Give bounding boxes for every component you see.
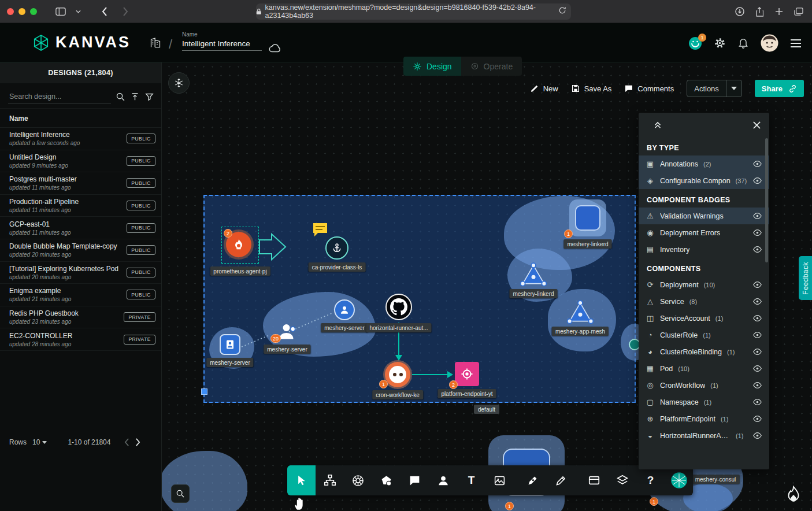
design-list-item[interactable]: [Tutorial] Exploring Kubernetes Pod upda… — [0, 262, 161, 284]
node-meshery-linkerd-service[interactable]: meshery-linkerd — [520, 262, 547, 286]
feedback-tab[interactable]: Feedback — [799, 256, 812, 300]
comments-button[interactable]: Comments — [624, 84, 674, 93]
validate-flame-button[interactable] — [783, 483, 804, 505]
component-row[interactable]: ⟳ Deployment (10) — [639, 276, 769, 293]
component-badge-row[interactable]: ⚠ Validation Warnings — [639, 208, 769, 224]
panel-scrollbar[interactable] — [765, 138, 768, 262]
import-design-icon[interactable] — [130, 92, 140, 102]
visibility-eye-icon[interactable] — [752, 297, 762, 306]
kanvas-logo[interactable]: KANVAS — [32, 34, 131, 51]
user-avatar[interactable] — [761, 34, 778, 52]
design-list-item[interactable]: EC2-CONTROLLER updated 28 minutes ago PR… — [0, 328, 161, 351]
component-row[interactable]: ▦ Pod (10) — [639, 360, 769, 377]
visibility-eye-icon[interactable] — [752, 313, 762, 323]
visibility-eye-icon[interactable] — [752, 211, 762, 221]
visibility-eye-icon[interactable] — [752, 228, 762, 238]
layer-type-row[interactable]: ▣ Annotations (2) — [639, 155, 769, 172]
text-tool[interactable]: T — [457, 465, 485, 495]
layer-type-row[interactable]: ◈ Configurable Compon (37) — [639, 172, 769, 189]
node-meshery-app-mesh[interactable]: meshery-app-mesh — [566, 299, 594, 324]
settings-gear-icon[interactable] — [714, 37, 726, 49]
avatar-tool[interactable] — [429, 465, 457, 495]
node-platform-endpoint[interactable]: 2 platform-endpoint-yt — [455, 362, 479, 386]
search-icon[interactable] — [116, 92, 125, 102]
hamburger-menu-icon[interactable] — [790, 39, 802, 48]
organization-icon[interactable] — [148, 35, 163, 50]
component-row[interactable]: ◎ CronWorkflow (1) — [639, 377, 769, 394]
layers-tool[interactable] — [608, 465, 636, 495]
sidebar-toggle-icon[interactable] — [53, 4, 68, 19]
session-icon[interactable]: 1 — [688, 36, 702, 50]
kubernetes-tool[interactable] — [344, 465, 372, 495]
design-list-item[interactable]: GCP-east-01 updated 11 minutes ago PUBLI… — [0, 217, 161, 239]
next-page-button[interactable] — [135, 438, 140, 446]
selection-handle[interactable] — [201, 388, 207, 395]
reload-icon[interactable] — [558, 6, 566, 14]
flowchart-tool[interactable] — [316, 465, 344, 495]
visibility-eye-icon[interactable] — [752, 280, 762, 290]
design-name-input[interactable] — [182, 38, 262, 51]
node-meshery-server-2[interactable]: 20 meshery-server — [277, 321, 298, 342]
design-list-item[interactable]: Enigma example updated 21 minutes ago PU… — [0, 284, 161, 306]
tab-design[interactable]: Design — [403, 57, 461, 76]
component-row[interactable]: ◔ ClusterRole (1) — [639, 327, 769, 343]
new-tab-icon[interactable] — [772, 4, 787, 19]
visibility-eye-icon[interactable] — [752, 397, 762, 407]
actions-dropdown-button[interactable]: Actions — [687, 80, 742, 97]
design-list-item[interactable]: Production-alt Pipeline updated 11 minut… — [0, 195, 161, 217]
visibility-eye-icon[interactable] — [752, 380, 762, 390]
component-row[interactable]: ◫ ServiceAccount (1) — [639, 310, 769, 327]
forward-button[interactable] — [118, 4, 133, 19]
shapes-tool[interactable] — [372, 465, 401, 495]
node-meshery-linkerd-square[interactable]: 1 meshery-linkerd — [569, 199, 606, 236]
actions-caret-icon[interactable] — [726, 87, 741, 90]
back-button[interactable] — [97, 4, 112, 19]
node-meshery-server-3[interactable]: meshery-server — [220, 334, 240, 355]
design-list-item[interactable]: Redis PHP Guestbook updated 23 minutes a… — [0, 306, 161, 329]
visibility-eye-icon[interactable] — [752, 364, 762, 373]
component-row[interactable]: ◒ HorizontalRunnerAutos (1) — [639, 427, 769, 444]
downloads-icon[interactable] — [732, 4, 747, 19]
node-ca-provider[interactable]: ca-provider-class-ls — [325, 236, 348, 260]
chevron-down-icon[interactable] — [74, 4, 82, 19]
component-row[interactable]: ▢ Namespace (1) — [639, 394, 769, 410]
meshery-tool[interactable] — [665, 465, 693, 495]
filter-icon[interactable] — [144, 92, 154, 102]
address-bar[interactable]: kanvas.new/extension/meshmap?mode=design… — [256, 3, 571, 20]
component-badge-row[interactable]: ▤ Inventory — [639, 241, 769, 258]
component-row[interactable]: △ Service (8) — [639, 293, 769, 310]
tab-operate[interactable]: Operate — [461, 57, 522, 76]
pen-tool[interactable] — [518, 465, 547, 495]
design-list-item[interactable]: Postgres multi-master updated 11 minutes… — [0, 172, 161, 195]
notifications-bell-icon[interactable] — [737, 37, 749, 49]
maximize-window-button[interactable] — [30, 8, 37, 15]
close-window-button[interactable] — [7, 8, 14, 15]
media-tool[interactable] — [485, 465, 514, 495]
node-cron-workflow[interactable]: 1 cron-workflow-ke — [385, 362, 410, 387]
visibility-eye-icon[interactable] — [752, 245, 762, 254]
component-row[interactable]: ◕ ClusterRoleBinding (1) — [639, 343, 769, 360]
visibility-eye-icon[interactable] — [752, 159, 762, 169]
design-list-item[interactable]: Double Bubble Map Template-copy updated … — [0, 239, 161, 262]
design-list-item[interactable]: Untitled Design updated 9 minutes ago PU… — [0, 150, 161, 173]
node-horizontal-runner[interactable]: horizontal-runner-aut... — [385, 294, 412, 320]
close-panel-icon[interactable] — [752, 121, 761, 129]
node-prometheus-agent[interactable]: 2 prometheus-agent-pj — [221, 227, 259, 264]
select-tool[interactable] — [287, 465, 316, 495]
node-meshery-server-1[interactable]: meshery-server — [334, 299, 355, 320]
minimize-window-button[interactable] — [18, 8, 25, 15]
notes-tool[interactable] — [580, 465, 608, 495]
collapse-panel-icon[interactable] — [652, 120, 663, 130]
new-design-button[interactable]: New — [530, 84, 558, 93]
tab-overview-icon[interactable] — [791, 4, 806, 19]
save-as-button[interactable]: Save As — [571, 84, 612, 93]
previous-page-button[interactable] — [124, 438, 129, 446]
rows-per-page-select[interactable]: 10 — [32, 438, 47, 446]
snowflake-toggle-button[interactable] — [168, 72, 190, 94]
share-button[interactable]: Share — [755, 80, 804, 97]
search-input[interactable] — [8, 90, 111, 103]
visibility-eye-icon[interactable] — [752, 176, 762, 186]
comment-tool[interactable] — [401, 465, 429, 495]
zoom-button[interactable] — [171, 484, 190, 503]
comment-annotation-icon[interactable] — [312, 222, 328, 237]
